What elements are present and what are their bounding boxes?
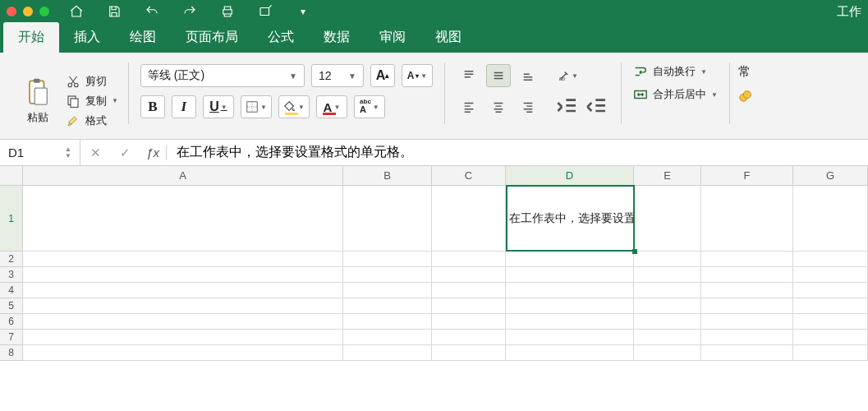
cell[interactable] [23, 283, 343, 298]
name-box[interactable]: D1 ▲▼ [0, 140, 80, 165]
col-header-C[interactable]: C [432, 166, 506, 185]
minimize-window-button[interactable] [23, 7, 33, 16]
font-color-button[interactable]: A▼ [316, 95, 347, 118]
increase-font-button[interactable]: A▴ [370, 64, 395, 87]
worksheet-grid[interactable]: A B C D E F G 1 2 3 4 5 6 7 8 在工作表中，选择要设… [0, 166, 868, 186]
cell[interactable] [506, 330, 634, 345]
cell[interactable] [701, 267, 793, 283]
copy-button[interactable]: 复制 ▼ [66, 94, 118, 109]
number-format-label[interactable]: 常 [738, 64, 751, 80]
cell[interactable] [793, 252, 868, 267]
cell[interactable] [634, 252, 701, 267]
customize-qat-icon[interactable]: ▾ [294, 2, 312, 21]
cell[interactable] [701, 252, 793, 267]
underline-button[interactable]: U▼ [203, 95, 234, 118]
cell[interactable] [23, 267, 343, 283]
row-header-5[interactable]: 5 [0, 298, 23, 314]
cut-button[interactable]: 剪切 [66, 74, 118, 89]
col-header-B[interactable]: B [343, 166, 432, 185]
caret-icon[interactable]: ▼ [711, 91, 718, 99]
cell[interactable] [793, 283, 868, 298]
cell-D1[interactable]: 在工作表中，选择要设置格式的单元格。在"开始"选项 [506, 186, 634, 252]
cell[interactable] [432, 298, 506, 314]
cell[interactable] [701, 298, 793, 314]
bold-button[interactable]: B [140, 95, 165, 118]
select-all-corner[interactable] [0, 166, 23, 185]
increase-indent-button[interactable] [585, 95, 609, 118]
cell[interactable] [506, 314, 634, 330]
fx-icon[interactable]: ƒx [140, 145, 166, 159]
caret-icon[interactable]: ▼ [700, 68, 707, 76]
cell[interactable] [23, 252, 343, 267]
print-icon[interactable] [218, 2, 237, 21]
tab-review[interactable]: 审阅 [365, 22, 420, 53]
cell[interactable] [432, 267, 506, 283]
cell[interactable] [634, 330, 701, 345]
cell-F1[interactable] [701, 186, 793, 252]
tab-formulas[interactable]: 公式 [253, 22, 309, 53]
undo-icon[interactable] [143, 2, 161, 21]
cell[interactable] [23, 298, 343, 314]
cell[interactable] [343, 314, 432, 330]
cell[interactable] [701, 330, 793, 345]
cell[interactable] [23, 345, 343, 361]
accept-formula-button[interactable]: ✓ [110, 145, 140, 160]
cell[interactable] [701, 314, 793, 330]
tab-view[interactable]: 视图 [420, 22, 476, 53]
cell-E1[interactable] [634, 186, 701, 252]
cell[interactable] [634, 267, 701, 283]
cell[interactable] [506, 252, 634, 267]
cancel-formula-button[interactable]: ✕ [80, 145, 110, 160]
col-header-E[interactable]: E [634, 166, 701, 185]
align-bottom-button[interactable] [516, 64, 540, 87]
cell[interactable] [432, 345, 506, 361]
phonetic-button[interactable]: abcA▼ [354, 95, 385, 118]
touch-mode-icon[interactable] [256, 2, 274, 21]
decrease-font-button[interactable]: A▾▼ [402, 64, 433, 87]
cell[interactable] [432, 314, 506, 330]
cell[interactable] [793, 267, 868, 283]
cell[interactable] [793, 330, 868, 345]
row-header-1[interactable]: 1 [0, 186, 23, 252]
col-header-A[interactable]: A [23, 166, 343, 185]
copy-caret-icon[interactable]: ▼ [112, 97, 118, 104]
cell[interactable] [634, 345, 701, 361]
cell[interactable] [793, 298, 868, 314]
border-button[interactable]: ▼ [241, 95, 272, 118]
zoom-window-button[interactable] [39, 7, 49, 16]
cell[interactable] [634, 298, 701, 314]
merge-center-button[interactable]: 合并后居中 ▼ [633, 87, 718, 102]
cell[interactable] [343, 330, 432, 345]
save-icon[interactable] [105, 2, 123, 21]
paste-button[interactable]: 粘贴 [16, 72, 59, 125]
cell[interactable] [793, 314, 868, 330]
cell[interactable] [343, 252, 432, 267]
align-top-button[interactable] [457, 64, 481, 87]
cell-C1[interactable] [432, 186, 506, 252]
col-header-G[interactable]: G [793, 166, 868, 185]
row-header-6[interactable]: 6 [0, 314, 23, 330]
redo-icon[interactable] [181, 2, 199, 21]
decrease-indent-button[interactable] [555, 95, 580, 118]
col-header-D[interactable]: D [506, 166, 634, 185]
cell[interactable] [23, 314, 343, 330]
cell[interactable] [432, 330, 506, 345]
cell[interactable] [701, 345, 793, 361]
align-right-button[interactable] [516, 95, 540, 118]
align-center-button[interactable] [486, 95, 511, 118]
row-header-7[interactable]: 7 [0, 330, 23, 345]
cell[interactable] [343, 345, 432, 361]
italic-button[interactable]: I [172, 95, 196, 118]
fill-color-button[interactable]: ▼ [278, 95, 310, 118]
cell[interactable] [343, 267, 432, 283]
tab-insert[interactable]: 插入 [59, 22, 115, 53]
fill-handle[interactable] [632, 249, 637, 254]
row-header-4[interactable]: 4 [0, 283, 23, 298]
align-left-button[interactable] [457, 95, 481, 118]
orientation-button[interactable]: ab▼ [555, 64, 580, 87]
currency-button[interactable] [738, 88, 753, 103]
cell[interactable] [701, 283, 793, 298]
cell[interactable] [432, 252, 506, 267]
cell[interactable] [506, 298, 634, 314]
cell-G1[interactable] [793, 186, 868, 252]
